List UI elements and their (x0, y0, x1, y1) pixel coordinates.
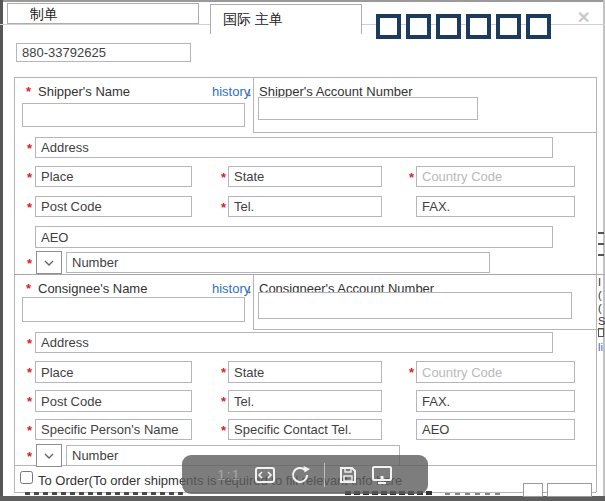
edge-fragment (598, 232, 604, 234)
edge-fragment: ( (598, 302, 605, 314)
shipper-number-type-select[interactable] (36, 251, 62, 274)
consignee-number-type-select[interactable] (36, 444, 62, 467)
required-marker: * (26, 281, 31, 296)
panel-border (596, 77, 597, 492)
required-marker: * (26, 84, 31, 99)
shipper-account-input[interactable] (258, 97, 478, 120)
shipper-header-divider (253, 77, 254, 133)
shipper-place-input[interactable] (35, 166, 192, 187)
required-marker: * (221, 170, 226, 185)
shipper-state-input[interactable] (228, 166, 382, 187)
edge-fragment (598, 254, 604, 256)
panel-border (14, 77, 15, 492)
shipper-name-input[interactable] (22, 103, 245, 127)
window-border-bottom (0, 496, 605, 501)
close-icon[interactable]: ✕ (577, 8, 590, 27)
consignee-header-divider (253, 275, 254, 330)
app-window: 制单 国际 主单 ✕ * Shipper's Name history ↓ Sh… (0, 0, 605, 501)
consignee-tel-input[interactable] (228, 390, 382, 412)
required-marker: * (27, 394, 32, 409)
zoom-ratio-label: 1:1 (217, 466, 241, 483)
shipper-number-input[interactable] (66, 252, 490, 273)
history-down-arrow-icon[interactable]: ↓ (246, 84, 253, 99)
placeholder-icon[interactable] (526, 14, 551, 39)
edge-fragment: ( (598, 289, 605, 301)
required-marker: * (27, 423, 32, 438)
consignee-country-code-input[interactable] (416, 361, 575, 383)
required-marker: * (27, 170, 32, 185)
required-marker: * (27, 365, 32, 380)
consignee-fax-input[interactable] (416, 390, 575, 412)
shipper-postcode-input[interactable] (35, 196, 192, 217)
window-border-top (0, 0, 605, 2)
required-marker: * (27, 200, 32, 215)
edge-fragment: I (598, 276, 605, 288)
consignee-specific-person-input[interactable] (35, 419, 192, 440)
required-marker: * (409, 365, 414, 380)
consignee-aeo-input[interactable] (416, 419, 575, 440)
required-marker: * (27, 141, 32, 156)
tab-zhidan-label: 制单 (30, 6, 58, 22)
placeholder-icon[interactable] (406, 14, 431, 39)
tab-international-master[interactable]: 国际 主单 (210, 4, 362, 34)
consignee-header-bottom (253, 329, 605, 330)
toolbar-separator (324, 463, 325, 487)
edge-fragment: S (598, 315, 605, 327)
required-marker: * (27, 256, 32, 271)
required-marker: * (221, 200, 226, 215)
required-marker: * (221, 365, 226, 380)
chevron-down-icon (43, 258, 55, 268)
required-marker: * (221, 394, 226, 409)
to-order-checkbox[interactable] (20, 471, 33, 484)
edge-fragment (598, 243, 604, 245)
save-icon[interactable] (338, 465, 358, 485)
shipper-aeo-input[interactable] (35, 226, 553, 248)
required-marker: * (27, 336, 32, 351)
shipper-address-input[interactable] (35, 137, 553, 158)
consignee-name-input[interactable] (22, 297, 245, 322)
consignee-name-label: Consignee's Name (38, 281, 147, 296)
tab-zhidan[interactable]: 制单 (7, 3, 199, 24)
shipper-header-bottom (253, 132, 596, 133)
shipper-name-label: Shipper's Name (38, 84, 130, 99)
placeholder-icon[interactable] (436, 14, 461, 39)
history-down-arrow-icon[interactable]: ↓ (246, 281, 253, 296)
shipper-country-code-input[interactable] (416, 166, 575, 187)
edge-fragment: li (598, 341, 605, 353)
required-marker: * (409, 170, 414, 185)
placeholder-icon[interactable] (466, 14, 491, 39)
section-divider (14, 274, 605, 275)
shipper-fax-input[interactable] (416, 196, 575, 217)
edge-fragment (598, 328, 604, 337)
placeholder-icon[interactable] (496, 14, 521, 39)
fullscreen-icon[interactable] (371, 465, 393, 485)
shipper-tel-input[interactable] (228, 196, 382, 217)
required-marker: * (221, 423, 226, 438)
consignee-account-input[interactable] (258, 292, 572, 319)
image-viewer-toolbar: 1:1 (182, 455, 428, 494)
consignee-specific-tel-input[interactable] (228, 419, 382, 440)
awb-number-input[interactable] (16, 43, 191, 62)
window-border-left (0, 0, 3, 501)
panel-border (14, 77, 596, 78)
rotate-icon[interactable] (289, 464, 311, 486)
consignee-state-input[interactable] (228, 361, 382, 383)
consignee-place-input[interactable] (35, 361, 192, 383)
consignee-history-link[interactable]: history (212, 281, 250, 296)
required-marker: * (27, 449, 32, 464)
fit-screen-icon[interactable] (254, 466, 276, 484)
consignee-address-input[interactable] (35, 332, 553, 353)
chevron-down-icon (43, 451, 55, 461)
shipper-history-link[interactable]: history (212, 84, 250, 99)
tab-international-master-label: 国际 主单 (223, 11, 283, 27)
placeholder-icon[interactable] (376, 14, 401, 39)
toolbar-icon-placeholders (376, 14, 551, 39)
consignee-postcode-input[interactable] (35, 390, 192, 412)
